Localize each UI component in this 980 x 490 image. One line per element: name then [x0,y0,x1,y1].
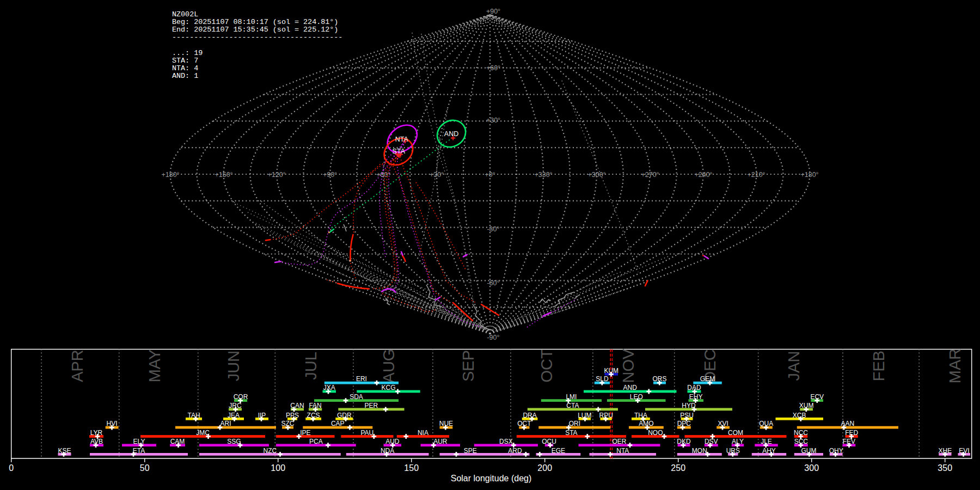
svg-text:THA: THA [634,412,647,419]
svg-text:CAP: CAP [331,420,345,427]
svg-text:DAD: DAD [687,384,701,391]
svg-text:100: 100 [271,463,285,473]
svg-text:ZCS: ZCS [307,412,320,419]
svg-text:250: 250 [671,463,685,473]
svg-text:COM: COM [728,429,743,437]
svg-text:CTA: CTA [566,402,579,409]
svg-text:AUR: AUR [433,438,448,445]
svg-text:+270°: +270° [641,171,659,179]
svg-text:OER: OER [612,438,626,445]
svg-text:PAU: PAU [361,429,374,437]
svg-text:LUM: LUM [578,412,591,419]
svg-text:ARD: ARD [508,447,522,455]
svg-text:AUD: AUD [385,438,400,445]
svg-text:FEB: FEB [870,351,887,381]
svg-text:+120°: +120° [267,171,285,179]
svg-text:KCG: KCG [381,384,395,391]
svg-text:LEO: LEO [630,393,643,401]
svg-text:HYD: HYD [682,402,696,409]
svg-text:+210°: +210° [747,171,765,179]
svg-text:MON: MON [692,447,707,455]
svg-text:PPS: PPS [286,412,299,419]
svg-text:COR: COR [234,393,248,401]
svg-text:JXA: JXA [323,384,335,391]
svg-text:PSU: PSU [680,412,694,419]
svg-text:SDA: SDA [350,393,363,401]
svg-text:NTA: NTA [395,136,409,143]
svg-text:ECV: ECV [810,393,824,401]
svg-text:GEM: GEM [700,375,715,383]
svg-text:OCU: OCU [542,438,556,445]
svg-text:ELY: ELY [133,438,145,445]
svg-text:DPC: DPC [677,420,691,427]
svg-text:NOV: NOV [620,348,637,383]
svg-text:EGE: EGE [552,447,565,455]
svg-text:GDR: GDR [337,412,352,419]
svg-text:-60°: -60° [487,279,499,287]
svg-text:TAH: TAH [187,412,200,419]
svg-text:AVB: AVB [90,438,103,445]
svg-text:350: 350 [938,463,952,473]
svg-text:FAN: FAN [309,402,321,409]
svg-text:50: 50 [140,463,150,473]
svg-text:ETA: ETA [133,447,145,455]
svg-text:GUM: GUM [801,447,816,455]
svg-text:DSV: DSV [705,438,718,445]
svg-text:0: 0 [9,463,14,473]
svg-text:+330°: +330° [534,171,552,179]
svg-text:+180°: +180° [161,171,179,179]
svg-text:LYR: LYR [90,429,103,437]
svg-text:AMO: AMO [639,420,653,427]
svg-text:ARI: ARI [220,420,231,427]
svg-text:300: 300 [804,463,819,473]
svg-text:XCB: XCB [793,412,806,419]
svg-text:+90°: +90° [486,8,500,15]
svg-text:Solar longitude (deg): Solar longitude (deg) [451,474,532,483]
svg-text:JMC: JMC [196,429,210,437]
svg-text:JRC: JRC [229,402,242,409]
svg-text:ALY: ALY [732,438,744,445]
svg-text:IIP: IIP [258,412,266,419]
svg-text:AND: AND [623,384,638,391]
svg-text:CAN: CAN [290,402,304,409]
svg-text:URS: URS [726,447,740,455]
svg-text:NTA: NTA [616,447,629,455]
svg-text:SPE: SPE [464,447,477,455]
svg-text:SLD: SLD [596,375,609,383]
svg-text:+180°: +180° [800,171,818,179]
svg-text:JAN: JAN [785,351,803,381]
svg-text:CAM: CAM [170,438,185,445]
svg-text:+240°: +240° [694,171,712,179]
svg-text:HVI: HVI [107,420,118,427]
svg-text:FED: FED [845,429,858,437]
svg-text:AUG: AUG [380,349,397,383]
svg-text:FEV: FEV [843,438,855,445]
svg-text:LMI: LMI [566,393,577,401]
svg-text:QUA: QUA [759,420,773,427]
svg-text:SCC: SCC [794,438,808,445]
svg-text:+0°: +0° [485,171,495,179]
svg-text:-30°: -30° [487,225,499,233]
svg-text:NIA: NIA [418,429,428,437]
svg-text:DRA: DRA [523,412,536,419]
svg-text:NOO: NOO [648,429,663,437]
svg-text:OCT: OCT [538,349,555,383]
svg-text:MAR: MAR [946,348,964,383]
svg-text:KSE: KSE [58,447,71,455]
svg-text:XHE: XHE [939,447,952,455]
svg-text:-90°: -90° [487,334,499,341]
svg-text:NCC: NCC [794,429,808,437]
svg-text:NUE: NUE [439,420,453,427]
svg-text:DSX: DSX [499,438,513,445]
svg-text:AND: AND [444,130,458,138]
svg-text:STA: STA [393,148,406,155]
svg-text:SEP: SEP [460,350,477,382]
svg-text:+60°: +60° [486,64,500,72]
svg-text:EHY: EHY [689,393,703,401]
svg-text:DKD: DKD [677,438,691,445]
svg-text:+30°: +30° [430,171,444,179]
svg-text:PER: PER [365,402,378,409]
svg-text:IPE: IPE [300,429,310,437]
svg-text:STA: STA [565,429,577,437]
svg-text:ORS: ORS [652,375,666,383]
